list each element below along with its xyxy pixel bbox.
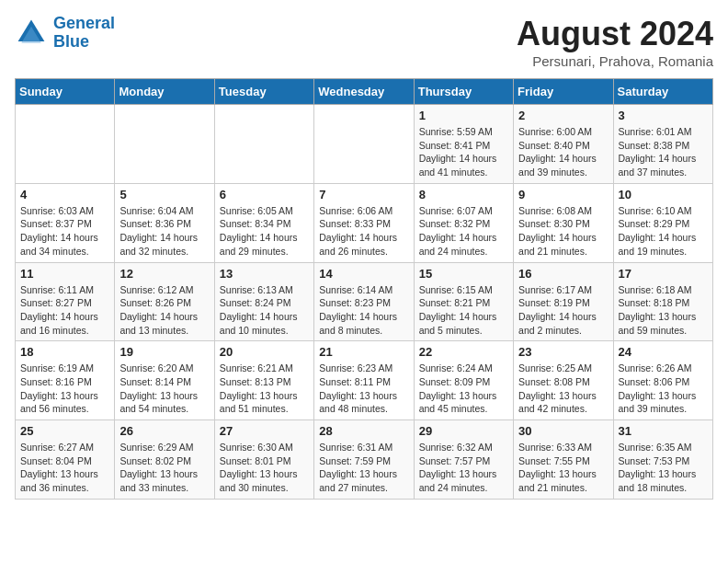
calendar-cell (115, 105, 214, 184)
weekday-header-saturday: Saturday (613, 79, 712, 105)
day-info: Sunrise: 6:24 AM Sunset: 8:09 PM Dayligh… (419, 362, 508, 416)
calendar-cell: 11Sunrise: 6:11 AM Sunset: 8:27 PM Dayli… (16, 262, 115, 341)
calendar-cell: 3Sunrise: 6:01 AM Sunset: 8:38 PM Daylig… (613, 105, 712, 184)
day-number: 6 (220, 188, 309, 201)
calendar-cell: 19Sunrise: 6:20 AM Sunset: 8:14 PM Dayli… (115, 341, 214, 420)
calendar-week-5: 25Sunrise: 6:27 AM Sunset: 8:04 PM Dayli… (16, 420, 713, 500)
day-info: Sunrise: 6:01 AM Sunset: 8:38 PM Dayligh… (619, 125, 708, 179)
day-info: Sunrise: 5:59 AM Sunset: 8:41 PM Dayligh… (419, 125, 508, 179)
calendar-cell: 9Sunrise: 6:08 AM Sunset: 8:30 PM Daylig… (514, 183, 613, 262)
day-number: 21 (319, 345, 408, 359)
calendar-body: 1Sunrise: 5:59 AM Sunset: 8:41 PM Daylig… (16, 105, 713, 500)
day-info: Sunrise: 6:06 AM Sunset: 8:33 PM Dayligh… (319, 204, 408, 259)
day-info: Sunrise: 6:14 AM Sunset: 8:23 PM Dayligh… (319, 283, 408, 338)
weekday-header-thursday: Thursday (414, 79, 513, 105)
calendar-cell: 8Sunrise: 6:07 AM Sunset: 8:32 PM Daylig… (414, 183, 513, 262)
day-number: 17 (619, 267, 708, 281)
day-number: 3 (619, 109, 708, 122)
day-number: 15 (419, 267, 508, 281)
calendar-cell (314, 105, 414, 184)
day-info: Sunrise: 6:23 AM Sunset: 8:11 PM Dayligh… (319, 362, 408, 416)
location-subtitle: Persunari, Prahova, Romania (517, 53, 713, 69)
weekday-header-sunday: Sunday (16, 79, 115, 105)
calendar-cell: 7Sunrise: 6:06 AM Sunset: 8:33 PM Daylig… (314, 183, 414, 262)
calendar-cell: 22Sunrise: 6:24 AM Sunset: 8:09 PM Dayli… (414, 341, 513, 420)
day-number: 13 (220, 267, 309, 281)
calendar-cell: 15Sunrise: 6:15 AM Sunset: 8:21 PM Dayli… (414, 262, 513, 341)
day-number: 5 (119, 188, 209, 201)
month-year-title: August 2024 (517, 15, 713, 53)
day-info: Sunrise: 6:17 AM Sunset: 8:19 PM Dayligh… (518, 283, 608, 338)
calendar-cell (214, 105, 313, 184)
day-number: 18 (20, 345, 109, 359)
day-number: 25 (20, 424, 109, 438)
calendar-cell: 21Sunrise: 6:23 AM Sunset: 8:11 PM Dayli… (314, 341, 414, 420)
day-info: Sunrise: 6:08 AM Sunset: 8:30 PM Dayligh… (518, 204, 608, 259)
day-info: Sunrise: 6:33 AM Sunset: 7:55 PM Dayligh… (518, 441, 608, 495)
day-info: Sunrise: 6:11 AM Sunset: 8:27 PM Dayligh… (20, 283, 109, 338)
day-info: Sunrise: 6:27 AM Sunset: 8:04 PM Dayligh… (20, 441, 109, 495)
day-number: 11 (20, 267, 109, 281)
day-info: Sunrise: 6:21 AM Sunset: 8:13 PM Dayligh… (220, 362, 309, 416)
calendar-cell: 17Sunrise: 6:18 AM Sunset: 8:18 PM Dayli… (613, 262, 712, 341)
page-header: General Blue August 2024 Persunari, Prah… (15, 15, 713, 69)
day-number: 27 (220, 424, 309, 438)
day-info: Sunrise: 6:13 AM Sunset: 8:24 PM Dayligh… (220, 283, 309, 338)
day-info: Sunrise: 6:04 AM Sunset: 8:36 PM Dayligh… (119, 204, 209, 259)
day-number: 10 (619, 188, 708, 201)
day-number: 14 (319, 267, 408, 281)
day-number: 12 (119, 267, 209, 281)
calendar-cell (16, 105, 115, 184)
calendar-cell: 12Sunrise: 6:12 AM Sunset: 8:26 PM Dayli… (115, 262, 214, 341)
day-number: 30 (518, 424, 608, 438)
day-info: Sunrise: 6:12 AM Sunset: 8:26 PM Dayligh… (119, 283, 209, 338)
day-info: Sunrise: 6:03 AM Sunset: 8:37 PM Dayligh… (20, 204, 109, 259)
day-info: Sunrise: 6:32 AM Sunset: 7:57 PM Dayligh… (419, 441, 508, 495)
calendar-cell: 2Sunrise: 6:00 AM Sunset: 8:40 PM Daylig… (514, 105, 613, 184)
day-number: 31 (619, 424, 708, 438)
calendar-cell: 13Sunrise: 6:13 AM Sunset: 8:24 PM Dayli… (214, 262, 313, 341)
calendar-cell: 26Sunrise: 6:29 AM Sunset: 8:02 PM Dayli… (115, 420, 214, 500)
day-info: Sunrise: 6:35 AM Sunset: 7:53 PM Dayligh… (619, 441, 708, 495)
calendar-cell: 30Sunrise: 6:33 AM Sunset: 7:55 PM Dayli… (514, 420, 613, 500)
logo-text: General Blue (53, 15, 115, 52)
calendar-cell: 6Sunrise: 6:05 AM Sunset: 8:34 PM Daylig… (214, 183, 313, 262)
calendar-cell: 31Sunrise: 6:35 AM Sunset: 7:53 PM Dayli… (613, 420, 712, 500)
day-number: 2 (518, 109, 608, 122)
calendar-header: SundayMondayTuesdayWednesdayThursdayFrid… (16, 79, 713, 105)
day-number: 29 (419, 424, 508, 438)
calendar-cell: 23Sunrise: 6:25 AM Sunset: 8:08 PM Dayli… (514, 341, 613, 420)
day-number: 1 (419, 109, 508, 122)
calendar-week-1: 1Sunrise: 5:59 AM Sunset: 8:41 PM Daylig… (16, 105, 713, 184)
calendar-cell: 25Sunrise: 6:27 AM Sunset: 8:04 PM Dayli… (16, 420, 115, 500)
day-info: Sunrise: 6:10 AM Sunset: 8:29 PM Dayligh… (619, 204, 708, 259)
weekday-header-monday: Monday (115, 79, 214, 105)
calendar-cell: 14Sunrise: 6:14 AM Sunset: 8:23 PM Dayli… (314, 262, 414, 341)
day-number: 22 (419, 345, 508, 359)
day-info: Sunrise: 6:20 AM Sunset: 8:14 PM Dayligh… (119, 362, 209, 416)
calendar-cell: 1Sunrise: 5:59 AM Sunset: 8:41 PM Daylig… (414, 105, 513, 184)
day-info: Sunrise: 6:00 AM Sunset: 8:40 PM Dayligh… (518, 125, 608, 179)
day-info: Sunrise: 6:30 AM Sunset: 8:01 PM Dayligh… (220, 441, 309, 495)
calendar-cell: 24Sunrise: 6:26 AM Sunset: 8:06 PM Dayli… (613, 341, 712, 420)
day-number: 16 (518, 267, 608, 281)
calendar-cell: 20Sunrise: 6:21 AM Sunset: 8:13 PM Dayli… (214, 341, 313, 420)
logo: General Blue (15, 15, 115, 52)
day-number: 8 (419, 188, 508, 201)
day-info: Sunrise: 6:25 AM Sunset: 8:08 PM Dayligh… (518, 362, 608, 416)
calendar-table: SundayMondayTuesdayWednesdayThursdayFrid… (15, 78, 713, 500)
day-number: 4 (20, 188, 109, 201)
day-number: 23 (518, 345, 608, 359)
day-info: Sunrise: 6:15 AM Sunset: 8:21 PM Dayligh… (419, 283, 508, 338)
day-number: 7 (319, 188, 408, 201)
calendar-cell: 4Sunrise: 6:03 AM Sunset: 8:37 PM Daylig… (16, 183, 115, 262)
day-info: Sunrise: 6:19 AM Sunset: 8:16 PM Dayligh… (20, 362, 109, 416)
day-info: Sunrise: 6:05 AM Sunset: 8:34 PM Dayligh… (220, 204, 309, 259)
day-number: 19 (119, 345, 209, 359)
calendar-cell: 18Sunrise: 6:19 AM Sunset: 8:16 PM Dayli… (16, 341, 115, 420)
calendar-week-4: 18Sunrise: 6:19 AM Sunset: 8:16 PM Dayli… (16, 341, 713, 420)
day-number: 9 (518, 188, 608, 201)
calendar-week-2: 4Sunrise: 6:03 AM Sunset: 8:37 PM Daylig… (16, 183, 713, 262)
day-number: 26 (119, 424, 209, 438)
logo-line2: Blue (53, 32, 89, 51)
